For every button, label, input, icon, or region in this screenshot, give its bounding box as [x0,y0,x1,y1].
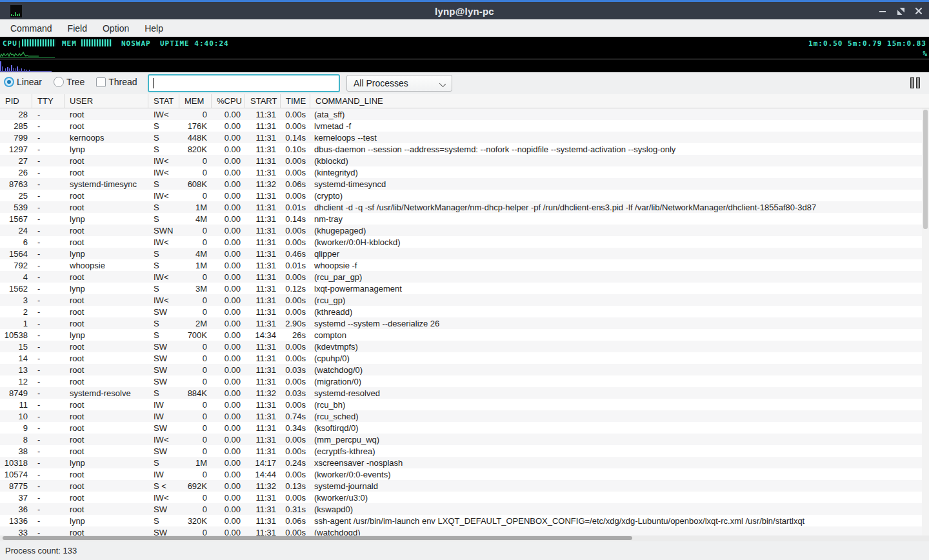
cell-mem: 884K [179,387,212,399]
vertical-scrollbar[interactable] [922,108,929,535]
cell-pid: 8749 [0,387,32,399]
table-row[interactable]: 1564-lynpS4M0.0011:310.46sqlipper [0,248,929,259]
thread-checkbox[interactable] [96,77,106,87]
table-row[interactable]: 15-rootSW00.0011:310.00s(kdevtmpfs) [0,341,929,352]
table-row[interactable]: 3-rootIW<00.0011:310.00s(rcu_gp) [0,294,929,306]
table-row[interactable]: 38-rootSW00.0011:310.00s(ecryptfs-kthrea… [0,445,929,457]
table-row[interactable]: 1562-lynpS3M0.0011:310.12slxqt-powermana… [0,283,929,294]
cell-pid: 1336 [0,515,32,526]
table-row[interactable]: 27-rootIW<00.0011:310.00s(kblockd) [0,155,929,166]
close-button[interactable] [912,5,925,17]
column-header-start[interactable]: START [245,94,281,108]
cell-tty: - [32,329,65,341]
menu-help[interactable]: Help [137,21,171,35]
table-row[interactable]: 8763-systemd-timesyncS608K0.0011:320.06s… [0,178,929,190]
search-input[interactable] [148,74,340,92]
cell-cmd: (mm_percpu_wq) [310,434,929,445]
horizontal-scrollbar-thumb[interactable] [3,536,632,540]
table-row[interactable]: 26-rootIW<00.0011:310.00s(kintegrityd) [0,166,929,178]
window-title: lynp@lyn-pc [0,6,929,17]
table-row[interactable]: 8-rootIW<00.0011:310.00s(mm_percpu_wq) [0,434,929,445]
table-row[interactable]: 799-kernoopsS448K0.0011:310.14skerneloop… [0,132,929,143]
cell-stat: IW< [148,108,179,120]
table-row[interactable]: 6-rootIW<00.0011:310.00s(kworker/0:0H-kb… [0,236,929,248]
cell-pid: 10538 [0,329,32,341]
table-row[interactable]: 8749-systemd-resolveS884K0.0011:320.03ss… [0,387,929,399]
table-row[interactable]: 539-rootS1M0.0011:310.01sdhclient -d -q … [0,201,929,213]
table-row[interactable]: 10538-lynpS700K0.0014:3426scompton [0,329,929,341]
table-row[interactable]: 1-rootS2M0.0011:312.90ssystemd --system … [0,317,929,329]
cell-user: root [65,271,148,283]
cell-time: 0.00s [281,445,310,457]
column-header-pid[interactable]: PID [0,94,32,108]
table-row[interactable]: 2-rootSW00.0011:310.00s(kthreadd) [0,306,929,317]
table-row[interactable]: 792-whoopsieS1M0.0011:310.01swhoopsie -f [0,259,929,271]
cell-cpu: 0.00 [212,259,245,271]
table-row[interactable]: 10-rootIW00.0011:310.74s(rcu_sched) [0,410,929,422]
table-row[interactable]: 1567-lynpS4M0.0011:310.14snm-tray [0,213,929,225]
horizontal-scrollbar[interactable] [0,535,929,541]
cell-cpu: 0.00 [212,271,245,283]
cell-start: 11:31 [245,375,281,387]
table-row[interactable]: 25-rootIW<00.0011:310.00s(crypto) [0,190,929,201]
cell-tty: - [32,399,65,410]
table-row[interactable]: 33-rootSW00.0011:310.00s(watchdogd) [0,526,929,535]
table-row[interactable]: 11-rootIW00.0011:310.00s(rcu_bh) [0,399,929,410]
table-row[interactable]: 9-rootSW00.0011:310.34s(ksoftirqd/0) [0,422,929,434]
cell-pid: 37 [0,492,32,503]
column-header-mem[interactable]: MEM [179,94,212,108]
cell-cpu: 0.00 [212,468,245,480]
pause-icon [910,77,914,88]
table-row[interactable]: 36-rootSW00.0011:310.31s(kswapd0) [0,503,929,515]
vertical-scrollbar-thumb[interactable] [923,110,928,229]
table-row[interactable]: 8775-rootS <692K0.0011:320.13ssystemd-jo… [0,480,929,492]
table-row[interactable]: 10318-lynpS1M0.0014:170.24sxscreensaver … [0,457,929,468]
column-header-user[interactable]: USER [65,94,148,108]
cell-start: 11:31 [245,503,281,515]
cell-user: root [65,445,148,457]
linear-radio[interactable] [4,77,14,87]
cell-pid: 12 [0,375,32,387]
table-row[interactable]: 285-rootS176K0.0011:310.00slvmetad -f [0,120,929,132]
cell-cpu: 0.00 [212,108,245,120]
table-row[interactable]: 28-rootIW<00.0011:310.00s(ata_sff) [0,108,929,120]
table-row[interactable]: 1336-lynpS320K0.0011:310.06sssh-agent /u… [0,515,929,526]
menu-option[interactable]: Option [95,21,137,35]
cell-tty: - [32,213,65,225]
table-row[interactable]: 1297-lynpS820K0.0011:310.10sdbus-daemon … [0,143,929,155]
pause-button[interactable] [910,77,924,89]
cell-user: root [65,108,148,120]
titlebar[interactable]: lynp@lyn-pc [0,0,929,19]
process-filter-dropdown[interactable]: All Processes [346,75,452,92]
tree-radio[interactable] [54,77,64,87]
minimize-button[interactable] [876,5,889,17]
cell-mem: 1M [179,457,212,468]
menu-field[interactable]: Field [60,21,95,35]
cell-time: 0.46s [281,248,310,259]
table-row[interactable]: 37-rootIW<00.0011:310.00s(kworker/u3:0) [0,492,929,503]
cell-time: 0.00s [281,375,310,387]
cell-cmd: (rcu_par_gp) [310,271,929,283]
column-header-stat[interactable]: STAT [148,94,179,108]
table-row[interactable]: 13-rootSW00.0011:310.03s(watchdog/0) [0,364,929,375]
restore-button[interactable] [894,5,907,17]
cell-start: 11:31 [245,445,281,457]
cell-cmd: (watchdog/0) [310,364,929,375]
table-row[interactable]: 4-rootIW<00.0011:310.00s(rcu_par_gp) [0,271,929,283]
cell-cmd: systemd-journald [310,480,929,492]
cell-start: 14:44 [245,468,281,480]
table-row[interactable]: 24-rootSWN00.0011:310.00s(khugepaged) [0,225,929,236]
column-header-command-line[interactable]: COMMAND_LINE [310,94,929,108]
cell-mem: 0 [179,410,212,422]
table-row[interactable]: 14-rootSW00.0011:310.00s(cpuhp/0) [0,352,929,364]
cell-stat: S [148,387,179,399]
table-row[interactable]: 10574-rootIW00.0014:440.00s(kworker/0:0-… [0,468,929,480]
cell-mem: 0 [179,271,212,283]
cell-mem: 0 [179,190,212,201]
menu-command[interactable]: Command [3,21,60,35]
table-row[interactable]: 12-rootSW00.0011:310.00s(migration/0) [0,375,929,387]
column-header--cpu[interactable]: %CPU [212,94,245,108]
cell-stat: S < [148,480,179,492]
column-header-tty[interactable]: TTY [32,94,65,108]
column-header-time[interactable]: TIME [281,94,310,108]
